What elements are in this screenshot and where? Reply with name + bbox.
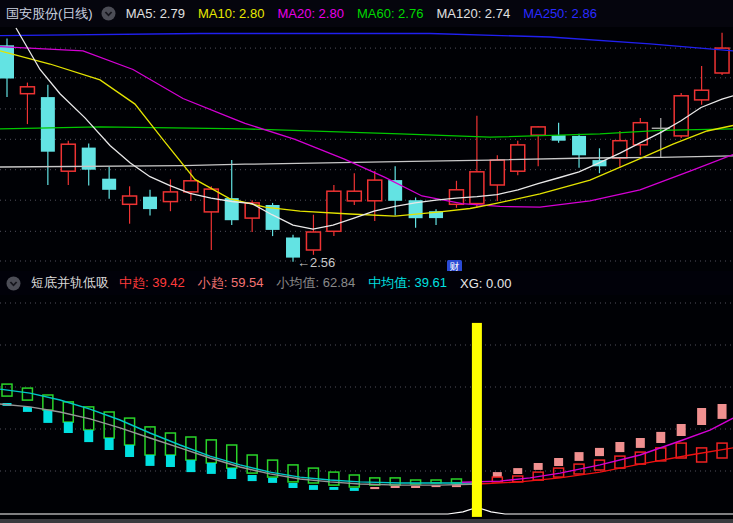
ma20-readout: MA20: 2.80 [277, 6, 344, 21]
trading-app-window: ←2.56财 国安股份(日线) MA5: 2.79MA10: 2.80MA20:… [0, 0, 733, 523]
stock-title: 国安股份(日线) [6, 5, 93, 23]
indicator-collapse-chevron-icon[interactable] [6, 276, 21, 291]
zhongqu-readout: 中趋: 39.42 [119, 274, 185, 292]
main-chart-panel[interactable] [0, 28, 733, 270]
indicator-chart-panel[interactable] [0, 296, 733, 518]
bottom-border-bar [0, 519, 733, 523]
ma250-readout: MA250: 2.86 [523, 6, 597, 21]
ma120-readout: MA120: 2.74 [436, 6, 510, 21]
ma5-readout: MA5: 2.79 [126, 6, 185, 21]
xiaojunzhi-readout: 小均值: 62.84 [277, 274, 356, 292]
ma60-readout: MA60: 2.76 [357, 6, 424, 21]
xiaoqu-readout: 小趋: 59.54 [198, 274, 264, 292]
indicator-header: 短底并轨低吸 中趋: 39.42小趋: 59.54小均值: 62.84中均值: … [0, 271, 733, 295]
ma-readouts: MA5: 2.79MA10: 2.80MA20: 2.80MA60: 2.76M… [126, 6, 610, 21]
xg-readout: XG: 0.00 [460, 276, 511, 291]
indicator-readouts: 中趋: 39.42小趋: 59.54小均值: 62.84中均值: 39.61XG… [119, 274, 524, 292]
indicator-title: 短底并轨低吸 [31, 274, 109, 292]
ma10-readout: MA10: 2.80 [198, 6, 265, 21]
zhongjunzhi-readout: 中均值: 39.61 [368, 274, 447, 292]
main-chart-header: 国安股份(日线) MA5: 2.79MA10: 2.80MA20: 2.80MA… [0, 0, 733, 27]
collapse-chevron-icon[interactable] [101, 6, 116, 21]
